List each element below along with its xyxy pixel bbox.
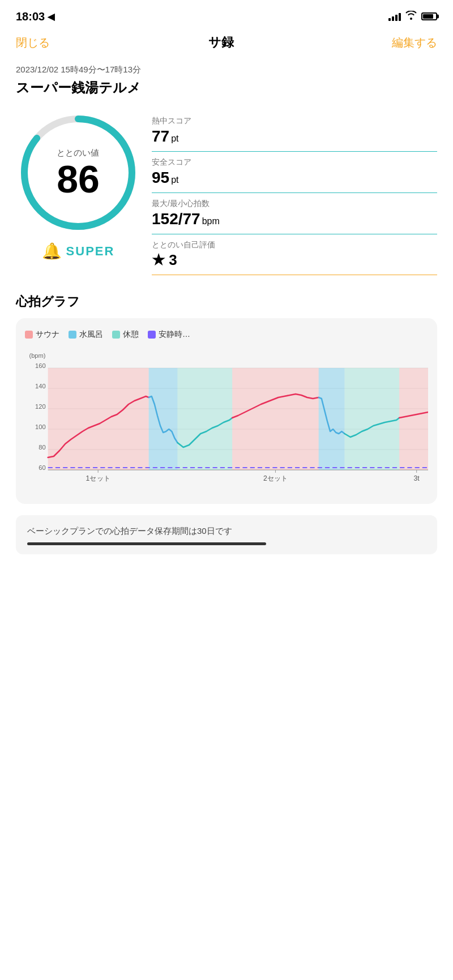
nav-bar: 閉じる サ録 編集する [0, 29, 453, 60]
super-badge: 🔔 SUPER [42, 242, 115, 260]
bottom-info-bar [27, 542, 266, 545]
legend-water: 水風呂 [69, 329, 103, 340]
chart-wrapper: (bpm) 160 140 120 100 80 60 [25, 348, 428, 495]
stat-item-2: 安全スコア 95 pt [152, 152, 437, 193]
battery-icon [421, 12, 437, 20]
circle-gauge: ととのい値 86 [16, 110, 140, 235]
close-button[interactable]: 閉じる [16, 35, 50, 50]
chart-svg: (bpm) 160 140 120 100 80 60 [25, 348, 428, 495]
signal-icon [388, 12, 401, 21]
svg-rect-20 [319, 368, 345, 470]
legend-dot-rest [112, 331, 120, 339]
bottom-info-text: ベーシックプランでの心拍データ保存期間は30日です [27, 526, 232, 536]
svg-text:100: 100 [35, 423, 46, 430]
stat-value-2: 95 pt [152, 169, 437, 187]
main-content: 2023/12/02 15時49分〜17時13分 スーパー銭湯テルメ ととのい値… [0, 60, 453, 554]
legend-sauna: サウナ [25, 329, 59, 340]
graph-container: サウナ 水風呂 休憩 安静時… (bpm) 160 140 120 [16, 318, 437, 504]
svg-text:60: 60 [39, 464, 45, 471]
svg-text:140: 140 [35, 383, 46, 390]
circle-gauge-wrapper: ととのい値 86 🔔 SUPER [16, 110, 140, 260]
legend-resting-hr: 安静時… [148, 329, 190, 340]
stat-label-4: ととのい自己評価 [152, 240, 437, 250]
svg-rect-17 [149, 368, 178, 470]
session-name: スーパー銭湯テルメ [16, 79, 437, 97]
graph-legend: サウナ 水風呂 休憩 安静時… [25, 329, 428, 340]
stat-item-4: ととのい自己評価 ★ 3 [152, 234, 437, 275]
status-icons [388, 11, 437, 22]
svg-text:3t: 3t [414, 474, 420, 482]
legend-rest: 休憩 [112, 329, 139, 340]
svg-text:80: 80 [39, 444, 45, 451]
legend-dot-sauna [25, 331, 33, 339]
svg-text:120: 120 [35, 403, 46, 410]
edit-button[interactable]: 編集する [392, 35, 437, 50]
svg-rect-18 [178, 368, 233, 470]
stat-item-3: 最大/最小心拍数 152/77 bpm [152, 193, 437, 234]
legend-dot-rest-hr [148, 331, 156, 339]
gauge-value: 86 [57, 160, 100, 198]
svg-rect-19 [232, 368, 319, 470]
stats-panel: 熱中スコア 77 pt 安全スコア 95 pt 最大/最小心拍数 152/77 … [152, 110, 437, 275]
score-section: ととのい値 86 🔔 SUPER 熱中スコア 77 pt 安全スコア [16, 110, 437, 275]
nav-title: サ録 [208, 34, 234, 51]
legend-dot-water [69, 331, 76, 339]
graph-title: 心拍グラフ [16, 293, 437, 310]
stat-value-3: 152/77 bpm [152, 210, 437, 228]
stat-value-1: 77 pt [152, 127, 437, 145]
super-text: SUPER [66, 244, 115, 259]
stat-label-3: 最大/最小心拍数 [152, 199, 437, 209]
bottom-info: ベーシックプランでの心拍データ保存期間は30日です [16, 515, 437, 554]
location-icon: ◀ [48, 11, 54, 22]
super-icon: 🔔 [42, 242, 62, 260]
gauge-inner: ととのい値 86 [57, 148, 100, 198]
svg-text:(bpm): (bpm) [29, 352, 45, 359]
svg-text:160: 160 [35, 362, 46, 369]
svg-text:1セット: 1セット [86, 474, 110, 482]
stat-label-2: 安全スコア [152, 157, 437, 168]
svg-rect-16 [48, 368, 149, 470]
svg-text:2セット: 2セット [263, 474, 288, 482]
status-bar: 18:03 ◀ [0, 0, 453, 29]
wifi-icon [405, 11, 417, 22]
svg-rect-21 [345, 368, 400, 470]
status-time: 18:03 ◀ [16, 10, 54, 23]
svg-rect-22 [399, 368, 428, 470]
stat-item-1: 熱中スコア 77 pt [152, 110, 437, 152]
stat-label-1: 熱中スコア [152, 116, 437, 126]
stat-value-4: ★ 3 [152, 251, 437, 269]
session-datetime: 2023/12/02 15時49分〜17時13分 [16, 65, 437, 75]
